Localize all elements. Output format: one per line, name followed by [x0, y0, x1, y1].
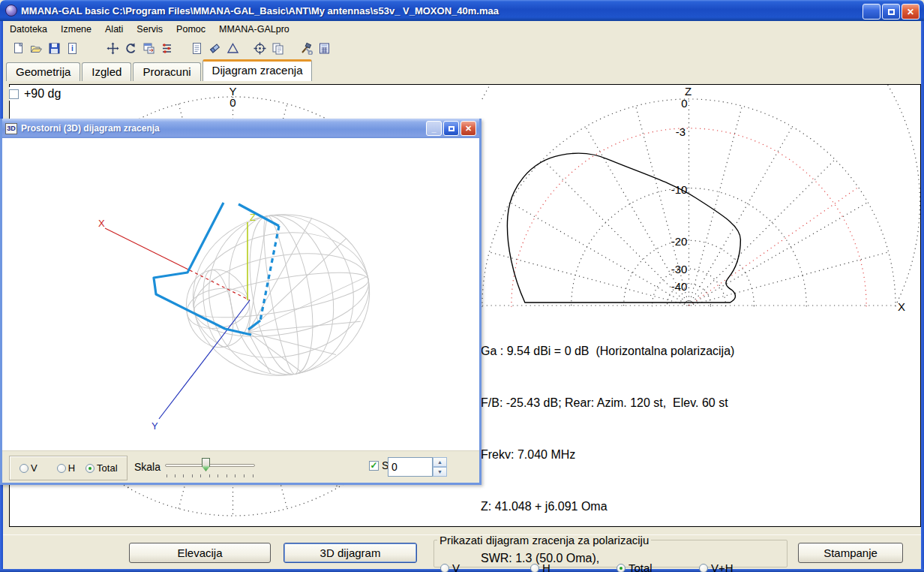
- calculator-icon[interactable]: [315, 40, 333, 58]
- antenna-wires: [154, 203, 279, 335]
- optimize-target-icon[interactable]: [250, 40, 268, 58]
- dialog-3d-view[interactable]: X Y Z: [2, 138, 479, 450]
- title-bar: MMANA-GAL basic C:\Program Files\MMANA-G…: [0, 0, 924, 21]
- window-border-bottom: [0, 569, 924, 572]
- copy-icon[interactable]: [268, 40, 286, 58]
- spin-down-button[interactable]: ▼: [433, 467, 447, 477]
- dialog-3d-icon: 3D: [5, 123, 17, 134]
- close-button[interactable]: ✕: [902, 4, 920, 20]
- elevacija-button[interactable]: Elevacija: [129, 543, 271, 563]
- dialog-radio-total-label: Total: [97, 462, 117, 474]
- ring-label-3: -3: [676, 125, 686, 138]
- dialog-controls: V H Total Skala Sve ▲ ▼: [2, 450, 479, 483]
- window-title: MMANA-GAL basic C:\Program Files\MMANA-G…: [21, 5, 499, 17]
- mmana-gal-window: MMANA-GAL basic C:\Program Files\MMANA-G…: [0, 0, 924, 572]
- dialog-radio-total[interactable]: [86, 464, 94, 473]
- text-view-icon[interactable]: [188, 40, 206, 58]
- window-border-right: [921, 21, 924, 569]
- ring-label-30: -30: [671, 263, 688, 275]
- save-file-icon[interactable]: [45, 40, 63, 58]
- open-file-icon[interactable]: [27, 40, 45, 58]
- plus90-checkbox[interactable]: [9, 89, 19, 99]
- plus90-label: +90 dg: [24, 87, 61, 101]
- stampanje-button[interactable]: Stampanje: [798, 543, 903, 563]
- dialog-title-bar[interactable]: 3D Prostorni (3D) dijagram zracenja _ ✕: [2, 119, 479, 138]
- result-freq: Frekv: 7.040 MHz: [481, 446, 734, 463]
- ring-label-0: 0: [681, 97, 687, 110]
- dialog-radio-v[interactable]: [20, 464, 28, 473]
- dialog-polarization-group: V H Total: [9, 456, 128, 480]
- elevation-axis-z-label: Z: [685, 85, 692, 98]
- axis-x-label: X: [98, 218, 105, 229]
- result-swr: SWR: 1.3 (50.0 Oma),: [481, 549, 734, 567]
- tab-proracuni[interactable]: Proracuni: [133, 62, 200, 81]
- dialog-minimize-button[interactable]: _: [426, 121, 442, 136]
- toolbar: i: [3, 38, 921, 59]
- tab-strip: Geometrija Izgled Proracuni Dijagram zra…: [3, 59, 921, 81]
- tools-setup-icon[interactable]: [297, 40, 315, 58]
- rotate-view-icon[interactable]: [122, 40, 140, 58]
- menu-servis[interactable]: Servis: [130, 22, 170, 37]
- dialog-3d-pattern: 3D Prostorni (3D) dijagram zracenja _ ✕: [0, 119, 482, 485]
- result-impedance: Z: 41.048 + j6.091 Oma: [481, 498, 734, 515]
- dialog-title: Prostorni (3D) dijagram zracenja: [21, 123, 160, 134]
- minimize-button[interactable]: _: [862, 4, 880, 20]
- pattern-3d-svg: X Y Z: [2, 138, 479, 450]
- sve-checkbox[interactable]: [369, 461, 379, 471]
- skala-slider-track[interactable]: [165, 464, 255, 467]
- pol-radio-v-label: V: [452, 561, 460, 572]
- new-file-icon[interactable]: [9, 40, 27, 58]
- results-text: Ga : 9.54 dBi = 0 dB (Horizontalna polar…: [481, 308, 734, 572]
- dialog-radio-h-label: H: [68, 462, 75, 474]
- elevation-axis-x-label: X: [898, 300, 905, 313]
- wire-edit-icon[interactable]: [158, 40, 176, 58]
- dialog-radio-v-label: V: [31, 462, 38, 474]
- x-axis-line: [105, 228, 190, 270]
- menu-alati[interactable]: Alati: [98, 22, 130, 37]
- elevation-pattern-curve: [507, 153, 740, 303]
- ring-label-40: -40: [671, 280, 688, 293]
- file-info-icon[interactable]: i: [63, 40, 81, 58]
- move-view-icon[interactable]: [104, 40, 122, 58]
- triangle-calc-icon[interactable]: [224, 40, 242, 58]
- angle-spin-input[interactable]: [388, 457, 433, 477]
- dialog-radio-h[interactable]: [57, 464, 66, 473]
- eraser-icon[interactable]: [206, 40, 224, 58]
- 3d-dijagram-button[interactable]: 3D dijagram: [284, 543, 417, 563]
- ring-label-10: -10: [671, 184, 688, 197]
- app-icon: [5, 5, 17, 17]
- axis-y-label: Y: [152, 420, 158, 432]
- svg-text:i: i: [71, 44, 74, 53]
- tab-geometrija[interactable]: Geometrija: [6, 62, 80, 81]
- menu-bar: Datoteka Izmene Alati Servis Pomoc MMANA…: [3, 21, 921, 38]
- result-fb: F/B: -25.43 dB; Rear: Azim. 120 st, Elev…: [481, 394, 734, 411]
- tab-izgled[interactable]: Izgled: [82, 62, 131, 81]
- window-arrange-icon[interactable]: [140, 40, 158, 58]
- spin-up-button[interactable]: ▲: [433, 457, 447, 467]
- dialog-close-button[interactable]: ✕: [460, 121, 476, 136]
- tab-dijagram-zracenja[interactable]: Dijagram zracenja: [202, 59, 313, 81]
- ring-label-20: -20: [671, 235, 688, 248]
- maximize-button[interactable]: [882, 4, 900, 20]
- menu-izmene[interactable]: Izmene: [54, 22, 98, 37]
- result-gain: Ga : 9.54 dBi = 0 dB (Horizontalna polar…: [481, 342, 734, 360]
- plus90-checkbox-row: +90 dg: [9, 87, 65, 101]
- dialog-maximize-button[interactable]: [443, 121, 459, 136]
- bottom-panel: Elevacija 3D dijagram Prikazati dijagram…: [3, 534, 921, 569]
- menu-datoteka[interactable]: Datoteka: [3, 22, 54, 37]
- angle-spinner: ▲ ▼: [433, 457, 447, 477]
- skala-label: Skala: [134, 461, 160, 473]
- menu-mmana-galpro[interactable]: MMANA-GALpro: [212, 22, 296, 37]
- pol-radio-v[interactable]: [440, 564, 449, 572]
- skala-slider-thumb[interactable]: [202, 458, 210, 471]
- azimuth-outer-ring-label: 0: [230, 96, 236, 109]
- menu-pomoc[interactable]: Pomoc: [170, 22, 212, 37]
